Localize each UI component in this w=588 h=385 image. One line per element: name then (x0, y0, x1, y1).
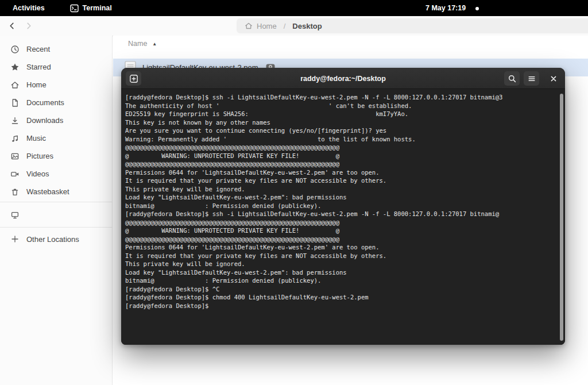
terminal-line: This private key will be ignored. (125, 185, 557, 194)
sidebar-item-label: Downloads (26, 116, 63, 125)
sidebar-item-other-locations[interactable]: Other Locations (0, 229, 112, 249)
star-icon (10, 63, 20, 72)
terminal-line: ED25519 key fingerprint is SHA256: kmI7y… (125, 110, 557, 118)
terminal-line: Warning: Permanently added ' to the list… (125, 135, 557, 144)
breadcrumb-current[interactable]: Desktop (292, 22, 322, 30)
terminal-line: This key is not known by any other names (125, 118, 557, 127)
menu-button[interactable] (524, 71, 539, 86)
terminal-line: @ WARNING: UNPROTECTED PRIVATE KEY FILE!… (125, 152, 557, 160)
notification-dot (475, 7, 479, 10)
terminal-line: [raddy@fedora Desktop]$ (125, 302, 557, 310)
terminal-line: @ WARNING: UNPROTECTED PRIVATE KEY FILE!… (125, 226, 557, 235)
clock[interactable]: 7 May 17:19 (425, 0, 466, 16)
sidebar-item-pictures[interactable]: Pictures (0, 147, 112, 165)
download-icon (10, 116, 20, 125)
screen: Activities Terminal 7 May 17:19 (0, 0, 588, 385)
terminal-line: @@@@@@@@@@@@@@@@@@@@@@@@@@@@@@@@@@@@@@@@… (125, 160, 557, 168)
sidebar-item-starred[interactable]: Starred (0, 58, 112, 76)
sidebar-item-recent[interactable]: Recent (0, 40, 112, 58)
back-button[interactable] (5, 19, 20, 33)
app-menu-terminal[interactable]: Terminal (65, 2, 117, 14)
sidebar-item-documents[interactable]: Documents (0, 94, 112, 111)
forward-button[interactable] (21, 19, 36, 33)
sidebar-item-home[interactable]: Home (0, 76, 112, 94)
close-icon[interactable] (546, 71, 561, 86)
sidebar-separator (0, 227, 112, 228)
column-header-name[interactable]: Name ▲ (113, 36, 588, 52)
activities-button[interactable]: Activities (8, 2, 49, 14)
sort-ascending-icon: ▲ (152, 41, 157, 47)
trash-icon (10, 187, 20, 197)
sidebar-item-label: Wastebasket (26, 187, 69, 196)
terminal-content[interactable]: [raddy@fedora Desktop]$ ssh -i Lightsail… (121, 89, 565, 345)
new-tab-button[interactable] (126, 71, 141, 86)
video-icon (10, 170, 20, 179)
terminal-line: Load key "LightsailDefaultKey-eu-west-2.… (125, 268, 557, 277)
sidebar-item-downloads[interactable]: Downloads (0, 111, 112, 129)
sidebar-item-label: Pictures (26, 152, 53, 160)
files-headerbar: Home / Desktop (0, 16, 588, 36)
breadcrumb: Home / Desktop (237, 18, 588, 33)
sidebar-item-music[interactable]: Music (0, 129, 112, 147)
sidebar-item-wastebasket[interactable]: Wastebasket (0, 183, 112, 201)
clock-icon (10, 45, 20, 54)
sidebar-list: RecentStarredHomeDocumentsDownloadsMusic… (0, 36, 112, 201)
terminal-window: raddy@fedora:~/Desktop [raddy@fedora Des… (121, 68, 565, 345)
breadcrumb-home[interactable]: Home (245, 22, 277, 30)
terminal-headerbar[interactable] (121, 68, 565, 89)
sidebar-item-computer[interactable] (0, 203, 112, 226)
sidebar-separator (0, 202, 112, 202)
home-icon (245, 22, 253, 30)
sidebar-item-videos[interactable]: Videos (0, 165, 112, 183)
other-locations-label: Other Locations (26, 235, 79, 244)
document-icon (10, 98, 20, 107)
search-button[interactable] (504, 71, 520, 86)
terminal-line: It is required that your private key fil… (125, 252, 557, 260)
terminal-line: Permissions 0644 for 'LightsailDefaultKe… (125, 243, 557, 252)
terminal-scrollbar[interactable] (560, 94, 563, 341)
terminal-line: Are you sure you want to continue connec… (125, 126, 557, 135)
terminal-icon (70, 4, 79, 13)
terminal-line: It is required that your private key fil… (125, 176, 557, 185)
sidebar-item-label: Home (26, 80, 47, 89)
terminal-line: [raddy@fedora Desktop]$ ssh -i Lightsail… (125, 210, 557, 218)
sidebar: RecentStarredHomeDocumentsDownloadsMusic… (0, 36, 113, 385)
sidebar-item-label: Starred (26, 63, 51, 71)
terminal-line: bitnami@ : Permission denied (publickey)… (125, 202, 557, 210)
sidebar-item-label: Recent (26, 45, 50, 53)
sidebar-item-label: Documents (26, 98, 64, 107)
plus-icon (10, 234, 20, 244)
computer-icon (10, 210, 20, 220)
terminal-line: @@@@@@@@@@@@@@@@@@@@@@@@@@@@@@@@@@@@@@@@… (125, 143, 557, 152)
terminal-line: Load key "LightsailDefaultKey-eu-west-2.… (125, 193, 557, 202)
terminal-output: [raddy@fedora Desktop]$ ssh -i Lightsail… (125, 93, 557, 310)
breadcrumb-separator: / (284, 22, 286, 30)
picture-icon (10, 152, 20, 161)
shell-top-bar: Activities Terminal 7 May 17:19 (0, 0, 588, 16)
terminal-line: @@@@@@@@@@@@@@@@@@@@@@@@@@@@@@@@@@@@@@@@… (125, 235, 557, 244)
terminal-line: Permissions 0644 for 'LightsailDefaultKe… (125, 168, 557, 177)
terminal-line: [raddy@fedora Desktop]$ chmod 400 Lights… (125, 293, 557, 302)
sidebar-item-label: Music (26, 134, 46, 143)
home-icon (10, 80, 20, 90)
terminal-line: [raddy@fedora Desktop]$ ^C (125, 285, 557, 294)
music-icon (10, 134, 20, 143)
terminal-line: This private key will be ignored. (125, 260, 557, 268)
terminal-line: bitnami@ : Permission denied (publickey)… (125, 276, 557, 285)
terminal-line: [raddy@fedora Desktop]$ ssh -i Lightsail… (125, 93, 557, 102)
app-menu-label: Terminal (83, 4, 112, 12)
terminal-line: The authenticity of host ' ' can't be es… (125, 102, 557, 110)
sidebar-item-label: Videos (26, 170, 49, 178)
terminal-line: @@@@@@@@@@@@@@@@@@@@@@@@@@@@@@@@@@@@@@@@… (125, 218, 557, 227)
